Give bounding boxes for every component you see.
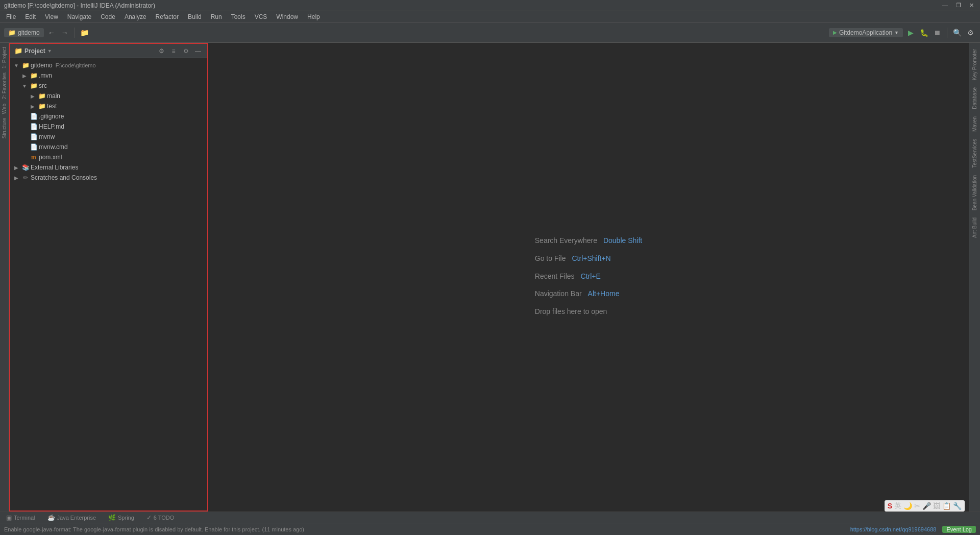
menu-code[interactable]: Code (96, 12, 119, 21)
search-everywhere-label: Search Everywhere (535, 233, 597, 249)
system-tray: S 英 🌙 ✂ 🎤 🖼 📋 🔧 (885, 500, 965, 512)
tree-label-mvnwcmd: mvnw.cmd (39, 143, 68, 151)
menu-run[interactable]: Run (207, 12, 226, 21)
forward-button[interactable]: → (59, 27, 70, 38)
menu-analyze[interactable]: Analyze (120, 12, 151, 21)
test-services-panel-tab[interactable]: TestServices (971, 137, 978, 170)
folder-icon-test: 📁 (38, 102, 46, 110)
tree-item-src[interactable]: ▼ 📁 src (10, 81, 207, 91)
ant-build-panel-tab[interactable]: Ant Build (971, 215, 978, 240)
structure-panel-tab[interactable]: Structure (2, 116, 7, 141)
project-panel-tab[interactable]: 1: Project (2, 45, 7, 70)
menu-help[interactable]: Help (303, 12, 324, 21)
web-panel-tab[interactable]: Web (2, 102, 7, 116)
back-button[interactable]: ← (46, 27, 57, 38)
maven-panel-tab[interactable]: Maven (971, 114, 978, 134)
scratch-icon: ✏ (21, 174, 30, 182)
tray-icon-1: S (888, 502, 892, 510)
menu-refactor[interactable]: Refactor (152, 12, 183, 21)
run-button[interactable]: ▶ (905, 27, 916, 38)
menu-build[interactable]: Build (184, 12, 206, 21)
bottom-toolbar: ▣ Terminal ☕ Java Enterprise 🌿 Spring ✓ … (0, 512, 980, 523)
open-file-button[interactable]: 📁 (79, 27, 90, 38)
tree-item-pomxml[interactable]: m pom.xml (10, 152, 207, 162)
tree-item-mvnwcmd[interactable]: 📄 mvnw.cmd (10, 142, 207, 152)
database-panel-tab[interactable]: Database (971, 85, 978, 111)
project-title-label: Project (24, 47, 45, 55)
tray-icon-2: 英 (894, 501, 901, 510)
tree-item-test[interactable]: ▶ 📁 test (10, 101, 207, 111)
maximize-button[interactable]: ❐ (954, 2, 963, 9)
key-promoter-panel-tab[interactable]: Key Promoter (971, 47, 978, 82)
welcome-row-search: Search Everywhere Double Shift (535, 233, 642, 249)
tree-arrow-src: ▼ (20, 82, 29, 90)
tree-item-gitdemo[interactable]: ▼ 📁 gitdemo F:\code\gitdemo (10, 60, 207, 70)
navigation-bar-label: Navigation Bar (535, 286, 582, 302)
search-everywhere-shortcut: Double Shift (603, 233, 642, 249)
tree-item-main[interactable]: ▶ 📁 main (10, 91, 207, 101)
favorites-panel-tab[interactable]: 2: Favorites (2, 70, 7, 101)
spring-tab-label: Spring (118, 515, 134, 521)
bean-validation-panel-tab[interactable]: Bean Validation (971, 173, 978, 212)
project-close-icon[interactable]: — (193, 46, 203, 56)
tray-icon-3: 🌙 (903, 502, 912, 510)
java-enterprise-tab[interactable]: ☕ Java Enterprise (45, 513, 98, 522)
tree-arrow-ext-libs: ▶ (12, 163, 20, 172)
tree-label-external-libraries: External Libraries (31, 164, 78, 171)
project-panel-title: 📁 Project ▼ (14, 47, 154, 55)
event-log-button[interactable]: Event Log (942, 526, 976, 533)
tree-arrow-scratches: ▶ (12, 174, 20, 182)
tree-label-helpmd: HELP.md (39, 123, 64, 130)
settings-button[interactable]: ⚙ (965, 27, 976, 38)
tree-label-test: test (47, 103, 57, 110)
terminal-tab[interactable]: ▣ Terminal (4, 513, 37, 522)
tray-icon-5: 🎤 (922, 502, 931, 510)
tray-icon-7: 📋 (942, 502, 951, 510)
debug-button[interactable]: 🐛 (918, 27, 929, 38)
tree-label-mvnw: mvnw (39, 133, 55, 140)
menu-vcs[interactable]: VCS (251, 12, 272, 21)
project-breadcrumb[interactable]: 📁 gitdemo (4, 28, 44, 37)
run-config-selector[interactable]: ▶ GitdemoApplication ▼ (829, 28, 903, 37)
stop-button[interactable]: ⏹ (932, 27, 943, 38)
tree-item-helpmd[interactable]: 📄 HELP.md (10, 121, 207, 132)
menu-file[interactable]: File (2, 12, 20, 21)
menu-tools[interactable]: Tools (227, 12, 250, 21)
menu-edit[interactable]: Edit (21, 12, 40, 21)
status-right: https://blog.csdn.net/qq919694688 Event … (850, 526, 976, 533)
library-icon: 📚 (21, 163, 30, 172)
tree-item-scratches[interactable]: ▶ ✏ Scratches and Consoles (10, 173, 207, 183)
menu-navigate[interactable]: Navigate (63, 12, 95, 21)
folder-icon-src: 📁 (30, 82, 38, 90)
tree-arrow-main: ▶ (29, 92, 37, 100)
terminal-icon: ▣ (6, 514, 12, 521)
welcome-row-recent: Recent Files Ctrl+E (535, 269, 642, 284)
project-config-icon[interactable]: ⚙ (181, 46, 191, 56)
tree-item-external-libraries[interactable]: ▶ 📚 External Libraries (10, 162, 207, 173)
menu-view[interactable]: View (41, 12, 62, 21)
tray-icon-8: 🔧 (953, 502, 962, 510)
file-icon-mvnw: 📄 (30, 133, 38, 141)
tree-item-mvnw[interactable]: 📄 mvnw (10, 132, 207, 142)
menu-window[interactable]: Window (272, 12, 302, 21)
project-collapse-icon[interactable]: ≡ (168, 46, 179, 56)
recent-files-label: Recent Files (535, 269, 575, 284)
tray-icon-6: 🖼 (933, 502, 940, 510)
tree-item-gitignore[interactable]: 📄 .gitignore (10, 111, 207, 121)
toolbar-separator-2 (947, 28, 947, 38)
search-everywhere-button[interactable]: 🔍 (951, 27, 963, 38)
close-button[interactable]: ✕ (967, 2, 976, 9)
minimize-button[interactable]: — (940, 2, 950, 9)
folder-icon-gitdemo: 📁 (21, 61, 30, 69)
welcome-panel: Search Everywhere Double Shift Go to Fil… (535, 233, 642, 322)
project-settings-icon[interactable]: ⚙ (156, 46, 166, 56)
todo-tab-label: 6 TODO (154, 515, 175, 521)
tree-item-mvn[interactable]: ▶ 📁 .mvn (10, 70, 207, 81)
spring-tab[interactable]: 🌿 Spring (106, 513, 136, 522)
tree-arrow-test: ▶ (29, 102, 37, 110)
status-url[interactable]: https://blog.csdn.net/qq919694688 (850, 526, 937, 532)
todo-tab[interactable]: ✓ 6 TODO (144, 513, 177, 522)
status-bar: Enable google-java-format: The google-ja… (0, 523, 980, 535)
tray-icon-4: ✂ (914, 502, 920, 510)
tree-arrow-gitignore (20, 112, 29, 120)
